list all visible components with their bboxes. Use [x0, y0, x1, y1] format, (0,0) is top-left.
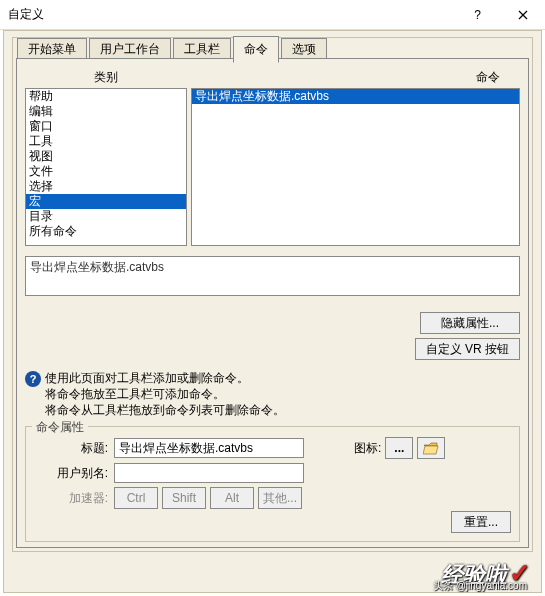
close-button[interactable]: [500, 0, 545, 30]
browse-icon-button[interactable]: [417, 437, 445, 459]
tab-panel-command: 类别 命令 帮助 编辑 窗口 工具 视图 文件 选择 宏 目录 所有命令 导出焊: [16, 58, 529, 548]
info-section: ? 使用此页面对工具栏添加或删除命令。 将命令拖放至工具栏可添加命令。 将命令从…: [25, 370, 520, 418]
reset-row: 重置...: [34, 511, 511, 533]
list-item[interactable]: 视图: [26, 149, 186, 164]
watermark-sub: 头条 @jingyanla.com: [433, 579, 527, 593]
list-item[interactable]: 编辑: [26, 104, 186, 119]
alt-button[interactable]: Alt: [210, 487, 254, 509]
label-accel: 加速器:: [34, 490, 114, 507]
button-column: 隐藏属性... 自定义 VR 按钮: [25, 312, 520, 360]
category-listbox[interactable]: 帮助 编辑 窗口 工具 视图 文件 选择 宏 目录 所有命令: [25, 88, 187, 246]
other-button[interactable]: 其他...: [258, 487, 302, 509]
row-title: 标题: 图标: ...: [34, 437, 511, 459]
list-item[interactable]: 帮助: [26, 89, 186, 104]
ellipsis-icon: ...: [394, 441, 404, 455]
list-item[interactable]: 工具: [26, 134, 186, 149]
group-legend: 命令属性: [32, 419, 88, 436]
folder-open-icon: [423, 441, 439, 455]
list-item[interactable]: 宏: [26, 194, 186, 209]
info-text: 使用此页面对工具栏添加或删除命令。 将命令拖放至工具栏可添加命令。 将命令从工具…: [45, 370, 285, 418]
info-icon: ?: [25, 371, 41, 387]
row-accel: 加速器: Ctrl Shift Alt 其他...: [34, 487, 511, 509]
list-item[interactable]: 选择: [26, 179, 186, 194]
list-item[interactable]: 目录: [26, 209, 186, 224]
titlebar: 自定义 ?: [0, 0, 545, 30]
reset-button[interactable]: 重置...: [451, 511, 511, 533]
hide-properties-button[interactable]: 隐藏属性...: [420, 312, 520, 334]
list-item[interactable]: 文件: [26, 164, 186, 179]
description-box: 导出焊点坐标数据.catvbs: [25, 256, 520, 296]
category-header: 类别: [25, 69, 187, 86]
list-item[interactable]: 窗口: [26, 119, 186, 134]
icon-picker-button[interactable]: ...: [385, 437, 413, 459]
ctrl-button[interactable]: Ctrl: [114, 487, 158, 509]
alias-input[interactable]: [114, 463, 304, 483]
shift-button[interactable]: Shift: [162, 487, 206, 509]
custom-vr-button[interactable]: 自定义 VR 按钮: [415, 338, 520, 360]
label-alias: 用户别名:: [34, 465, 114, 482]
list-item[interactable]: 所有命令: [26, 224, 186, 239]
outer-frame: 开始菜单 用户工作台 工具栏 命令 选项 类别 命令 帮助 编辑 窗口 工具 视…: [12, 37, 533, 552]
list-item[interactable]: 导出焊点坐标数据.catvbs: [192, 89, 519, 104]
command-listbox[interactable]: 导出焊点坐标数据.catvbs: [191, 88, 520, 246]
icon-label: 图标:: [354, 440, 381, 457]
description-text: 导出焊点坐标数据.catvbs: [30, 260, 164, 274]
close-icon: [518, 10, 528, 20]
window-title: 自定义: [8, 6, 455, 23]
title-input[interactable]: [114, 438, 304, 458]
dialog-body: 开始菜单 用户工作台 工具栏 命令 选项 类别 命令 帮助 编辑 窗口 工具 视…: [3, 30, 542, 593]
command-properties-group: 命令属性 标题: 图标: ... 用: [25, 426, 520, 542]
label-title: 标题:: [34, 440, 114, 457]
list-headers: 类别 命令: [25, 69, 520, 86]
row-alias: 用户别名:: [34, 463, 511, 483]
command-header: 命令: [187, 69, 520, 86]
tab-command[interactable]: 命令: [233, 36, 279, 63]
lists-container: 帮助 编辑 窗口 工具 视图 文件 选择 宏 目录 所有命令 导出焊点坐标数据.…: [25, 88, 520, 246]
help-button[interactable]: ?: [455, 0, 500, 30]
